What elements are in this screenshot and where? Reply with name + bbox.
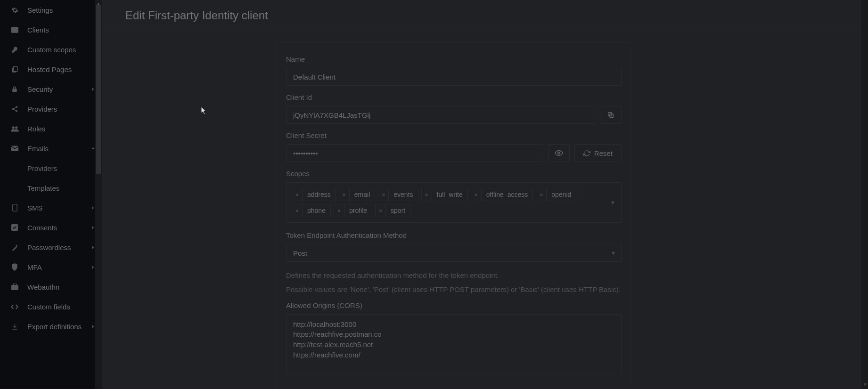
main-panel: ▼ Edit First-party Identity client Name …	[102, 0, 868, 389]
scope-label: phone	[303, 207, 330, 214]
sidebar-item-label: Emails	[27, 145, 49, 153]
svg-rect-3	[12, 89, 16, 92]
eye-icon	[555, 149, 563, 157]
svg-rect-2	[13, 66, 17, 71]
scope-label: offline_access	[482, 191, 532, 198]
page-header: Edit First-party Identity client	[102, 0, 868, 31]
sidebar-item-hosted-pages[interactable]: Hosted Pages	[0, 59, 102, 79]
sidebar-item-consents[interactable]: Consents	[0, 218, 102, 237]
remove-scope-email[interactable]: ×	[339, 188, 350, 201]
svg-rect-13	[13, 284, 16, 285]
chevron-right-icon	[91, 265, 95, 269]
remove-scope-sport[interactable]: ×	[376, 204, 386, 217]
sidebar-item-label: Settings	[27, 6, 53, 14]
scope-label: openid	[547, 191, 576, 198]
name-input[interactable]	[286, 68, 622, 86]
token-method-select[interactable]: ▼	[286, 244, 622, 262]
sidebar-subitem-templates[interactable]: Templates	[0, 178, 102, 198]
caret-down-icon: ▼	[610, 200, 615, 205]
svg-point-7	[12, 126, 14, 129]
refresh-icon	[583, 150, 590, 157]
scope-tag-email: ×email	[339, 188, 375, 201]
svg-rect-12	[11, 285, 18, 290]
main-scrollbar[interactable]: ▼	[861, 0, 868, 389]
client-form: Name Client Id Client Secret	[276, 42, 631, 389]
key-icon	[10, 46, 19, 53]
scopes-label: Scopes	[286, 170, 622, 178]
export-icon	[10, 323, 19, 330]
sidebar-item-passwordless[interactable]: Passwordless	[0, 237, 102, 257]
chevron-right-icon	[91, 206, 95, 210]
scope-tag-profile: ×profile	[334, 204, 372, 217]
svg-point-8	[15, 126, 17, 129]
sidebar-item-sms[interactable]: SMS	[0, 198, 102, 218]
scope-label: profile	[344, 207, 372, 214]
sidebar-item-mfa[interactable]: MFA	[0, 257, 102, 277]
chevron-right-icon	[91, 87, 95, 91]
remove-scope-address[interactable]: ×	[292, 188, 303, 201]
sidebar-item-roles[interactable]: Roles	[0, 119, 102, 138]
chevron-right-icon	[91, 324, 95, 329]
share-icon	[10, 105, 19, 113]
svg-rect-0	[11, 27, 18, 33]
client-secret-input[interactable]	[286, 144, 543, 162]
chevron-down-icon	[91, 146, 95, 151]
sidebar-item-export-definitions[interactable]: Export definitions	[0, 316, 102, 336]
scope-label: address	[303, 191, 336, 198]
scope-tag-full_write: ×full_write	[421, 188, 468, 201]
sidebar-item-security[interactable]: Security	[0, 79, 102, 99]
envelope-icon	[10, 146, 19, 151]
scope-tag-openid: ×openid	[536, 188, 576, 201]
briefcase-icon	[10, 284, 19, 290]
sidebar-item-webauthn[interactable]: Webauthn	[0, 277, 102, 297]
sidebar-item-label: MFA	[27, 263, 42, 271]
reveal-secret-button[interactable]	[548, 144, 570, 162]
remove-scope-profile[interactable]: ×	[334, 204, 344, 217]
users-icon	[10, 126, 19, 132]
name-label: Name	[286, 55, 622, 63]
sidebar-item-custom-scopes[interactable]: Custom scopes	[0, 40, 102, 59]
sidebar-item-label: Security	[27, 85, 53, 93]
sidebar-subitem-providers[interactable]: Providers	[0, 158, 102, 178]
remove-scope-openid[interactable]: ×	[536, 188, 547, 201]
scope-label: sport	[386, 207, 410, 214]
cors-label: Allowed Origins (CORS)	[286, 301, 622, 309]
sidebar-item-emails[interactable]: Emails	[0, 138, 102, 158]
sidebar-item-settings[interactable]: Settings	[0, 0, 102, 20]
reset-secret-button[interactable]: Reset	[574, 144, 622, 162]
client-id-input[interactable]	[286, 106, 595, 124]
cors-textarea[interactable]	[286, 314, 622, 376]
sidebar-item-clients[interactable]: Clients	[0, 20, 102, 40]
token-method-label: Token Endpoint Authentication Method	[286, 231, 622, 239]
client-secret-label: Client Secret	[286, 131, 622, 139]
sidebar-item-providers[interactable]: Providers	[0, 99, 102, 119]
sidebar-item-label: Providers	[27, 105, 57, 113]
reset-label: Reset	[594, 149, 613, 157]
sidebar-item-custom-fields[interactable]: Custom fields	[0, 297, 102, 316]
sidebar-item-label: Hosted Pages	[27, 65, 72, 73]
copy-client-id-button[interactable]	[600, 106, 622, 124]
gear-icon	[10, 7, 19, 14]
remove-scope-full_write[interactable]: ×	[422, 188, 432, 201]
shield-icon	[10, 263, 19, 271]
code-icon	[10, 304, 19, 310]
token-method-help-1: Defines the requested authentication met…	[286, 270, 622, 281]
remove-scope-phone[interactable]: ×	[292, 204, 303, 217]
sidebar: ▲ SettingsClientsCustom scopesHosted Pag…	[0, 0, 102, 389]
remove-scope-offline_access[interactable]: ×	[471, 188, 482, 201]
scope-label: full_write	[432, 191, 467, 198]
token-method-value[interactable]	[286, 244, 622, 262]
sidebar-item-label: Custom scopes	[27, 46, 76, 54]
scopes-multiselect[interactable]: ×address×email×events×full_write×offline…	[286, 182, 622, 223]
svg-rect-10	[12, 204, 16, 211]
scroll-down-icon[interactable]: ▼	[863, 382, 868, 387]
sidebar-item-label: Passwordless	[27, 243, 71, 251]
scope-tag-phone: ×phone	[292, 204, 331, 217]
mobile-icon	[10, 204, 19, 211]
page-title: Edit First-party Identity client	[125, 9, 268, 22]
remove-scope-events[interactable]: ×	[378, 188, 389, 201]
svg-point-16	[558, 152, 560, 154]
card-icon	[10, 27, 19, 33]
scope-tag-sport: ×sport	[375, 204, 410, 217]
sidebar-item-label: SMS	[27, 204, 43, 212]
